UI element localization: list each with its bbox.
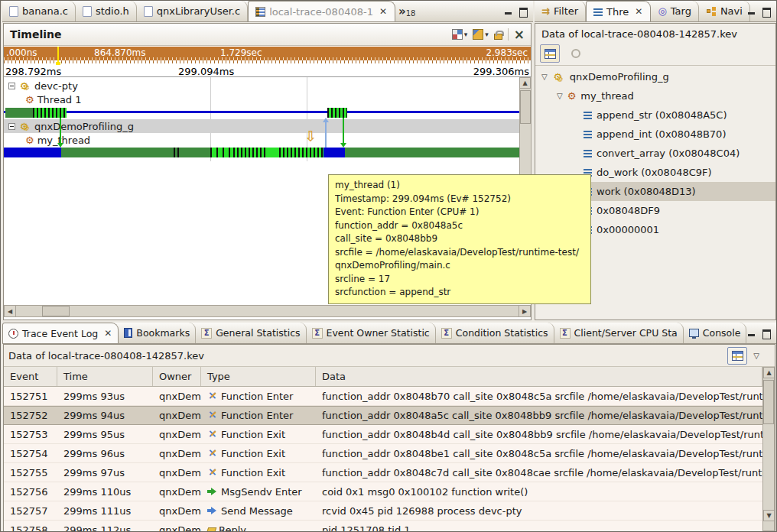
tree-item-convert-array-0x08048c04[interactable]: convert_array (0x08048C04) (535, 144, 775, 163)
timeline-owner-devc-pty[interactable]: ⚙⚙devc-pty (4, 79, 78, 92)
table-view-button[interactable] (727, 347, 747, 365)
event-link-blue-arrow (325, 122, 327, 148)
event-cursor-icon[interactable]: ⇩ (304, 129, 317, 143)
table-row[interactable]: 152751299ms 93usqnxDemcFunction Enterfun… (4, 387, 762, 406)
table-vscroll-thumb[interactable] (763, 380, 774, 424)
cell-data: pid 1251708 tid 1 (316, 524, 762, 532)
refresh-time-button[interactable] (566, 44, 586, 63)
maximize-icon[interactable] (762, 8, 770, 15)
thread-list-icon (593, 8, 603, 16)
bookmarks-icon (124, 328, 132, 338)
tab-label: stdio.h (96, 5, 129, 17)
scroll-up-icon[interactable]: ▲ (519, 77, 531, 89)
tree-expander-icon[interactable]: ▽ (557, 92, 563, 100)
cell-type: Function Exit (201, 467, 316, 478)
column-header-owner[interactable]: Owner (153, 367, 201, 386)
filter-options-icon (473, 29, 483, 40)
tree-item-append-str-0x08048a5c[interactable]: append_str (0x08048A5C) (535, 105, 775, 125)
trace-data-subtitle: Data of local-trace-080408-142857.kev (541, 28, 772, 40)
tab-qnxlibraryuser-c[interactable]: qnxLibraryUser.c (137, 1, 248, 21)
cell-text: function_addr 0x8048b70 call_site 0x8048… (322, 391, 762, 402)
chevron-icon: » (398, 5, 406, 18)
scroll-left-icon[interactable]: ◀ (4, 305, 16, 317)
tab-banana-c[interactable]: banana.c (2, 1, 76, 21)
tree-item-qnxdemoprofiling-g[interactable]: ▽⚙⚙qnxDemoProfiling_g (535, 67, 775, 86)
tab-console[interactable]: Console (684, 323, 747, 343)
event-table-header[interactable]: EventTimeOwnerTypeData (4, 367, 762, 387)
ruler-label: 1.729sec (220, 47, 262, 58)
tree-collapse-icon[interactable] (8, 83, 15, 89)
tab-local-trace-080408-1[interactable]: local-trace-080408-1✕ (248, 1, 395, 21)
tab-navi[interactable]: Navi (699, 1, 750, 21)
cell-text: Function Exit (221, 429, 285, 440)
table-row[interactable]: 152758299ms 112usqnxDemcReplypid 1251708… (4, 521, 762, 531)
table-row[interactable]: 152754299ms 96usqnxDemcFunction Exitfunc… (4, 444, 762, 463)
timeline-owner-thread-1[interactable]: ⚙Thread 1 (4, 92, 82, 106)
tab-overflow-chevron[interactable]: » 18 (395, 1, 418, 21)
tree-item-label: convert_array (0x08048C04) (597, 148, 740, 159)
close-icon[interactable]: ✕ (379, 6, 388, 17)
tab-filter[interactable]: ⇉Filter (535, 1, 586, 21)
lock-icon[interactable] (494, 34, 502, 40)
tab-stdio-h[interactable]: stdio.h (76, 1, 137, 21)
minimize-icon[interactable] (747, 329, 756, 337)
dropdown-arrow-icon: ▾ (464, 31, 468, 38)
maximize-icon[interactable] (762, 329, 770, 337)
close-icon[interactable]: ✕ (634, 6, 643, 17)
table-row[interactable]: 152755299ms 97usqnxDemcFunction Exitfunc… (4, 463, 762, 482)
cell-text: Reply (219, 524, 246, 532)
minimize-icon[interactable] (504, 8, 512, 15)
tree-item-my-thread[interactable]: ▽⚙my_thread (535, 86, 775, 105)
view-menu-icon[interactable]: ▽ (753, 352, 759, 360)
tab-bookmarks[interactable]: Bookmarks (119, 323, 196, 343)
cell-event: 152755 (4, 467, 57, 478)
timeline-ruler-absolute[interactable]: .000ns864.870ms1.729sec2.983sec (4, 47, 531, 60)
display-options-button[interactable]: ▾ (452, 29, 468, 40)
timeline-ruler-window[interactable]: 298.792ms299.094ms299.306ms (4, 65, 531, 77)
tooltip-line: srcline = 17 (335, 273, 584, 287)
gears-icon: ⚙⚙ (18, 80, 31, 92)
close-icon[interactable]: ✕ (103, 328, 112, 339)
column-header-type[interactable]: Type (201, 367, 316, 386)
tree-collapse-icon[interactable] (8, 123, 15, 130)
tab-condition-statistics[interactable]: ΣCondition Statistics (436, 323, 554, 343)
function-event-icon (207, 430, 218, 440)
column-header-data[interactable]: Data (316, 367, 762, 386)
tab-client-server-cpu-sta[interactable]: ΣClient/Server CPU Sta (554, 323, 684, 343)
tab-trace-event-log[interactable]: Trace Event Log✕ (2, 323, 119, 343)
timeline-yellow-marker[interactable] (57, 47, 59, 65)
column-header-time[interactable]: Time (57, 367, 153, 386)
table-row[interactable]: 152753299ms 95usqnxDemcFunction Exitfunc… (4, 425, 762, 444)
tab-targ[interactable]: ◎Targ (651, 1, 698, 21)
cell-text: 152754 (10, 448, 48, 459)
scroll-up-icon[interactable]: ▲ (763, 367, 775, 378)
tree-item-append-int-0x08048b70[interactable]: append_int (0x08048B70) (535, 125, 775, 144)
timeline-hscroll-thumb[interactable] (42, 306, 70, 316)
mythread-trace-segment (279, 148, 323, 157)
scroll-down-icon[interactable]: ▼ (763, 510, 775, 521)
table-view-button[interactable] (540, 44, 560, 63)
timeline-owner-qnxdemoprofiling-g[interactable]: ⚙⚙qnxDemoProfiling_g (4, 119, 519, 133)
table-row[interactable]: 152752299ms 94usqnxDemcFunction Enterfun… (4, 406, 762, 425)
timeline-owner-my-thread[interactable]: ⚙my_thread (4, 133, 90, 147)
cell-owner: qnxDemc (153, 505, 201, 517)
tab-thre[interactable]: Thre✕ (586, 1, 651, 21)
tab-event-owner-statistic[interactable]: ΣEvent Owner Statistic (307, 323, 436, 343)
timeline-hscrollbar[interactable] (4, 305, 531, 317)
tree-item-label: append_str (0x08048A5C) (597, 109, 727, 121)
cell-text: qnxDemc (159, 467, 201, 478)
scroll-right-icon[interactable]: ▶ (519, 305, 531, 317)
table-row[interactable]: 152757299ms 111usqnxDemcSend Messagercvi… (4, 501, 762, 521)
tree-expander-icon[interactable]: ▽ (541, 73, 548, 81)
tooltip-line: srcfile = /home/elaskavaia/DevelopTest/r… (335, 246, 584, 260)
maximize-icon[interactable] (519, 8, 527, 15)
filter-options-button[interactable]: ▾ (473, 29, 489, 40)
cell-owner: qnxDemc (153, 391, 201, 402)
close-icon[interactable]: × (514, 28, 525, 41)
table-row[interactable]: 152756299ms 110usqnxDemcMsgSendv Enterco… (4, 482, 762, 501)
timeline-vscroll-thumb[interactable] (520, 90, 531, 124)
minimize-icon[interactable] (747, 8, 756, 15)
column-header-event[interactable]: Event (4, 367, 57, 386)
application-window: banana.cstdio.hqnxLibraryUser.clocal-tra… (0, 0, 777, 532)
tab-general-statistics[interactable]: ΣGeneral Statistics (196, 323, 306, 343)
